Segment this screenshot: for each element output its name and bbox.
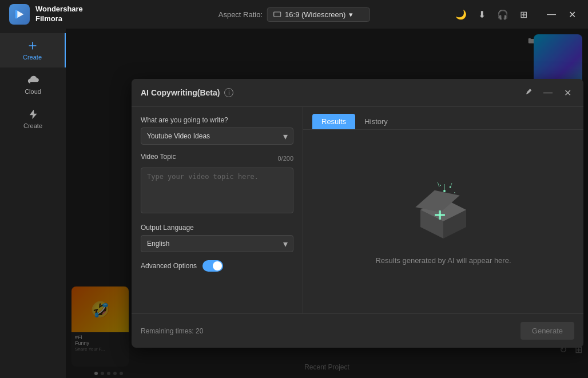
modal-header-controls: — ✕ bbox=[522, 86, 574, 100]
write-type-select[interactable]: Youtube Video Ideas Blog Post Social Med… bbox=[141, 128, 293, 145]
modal-footer: Remaining times: 20 Generate bbox=[132, 313, 583, 348]
plus-icon bbox=[27, 40, 38, 51]
svg-marker-0 bbox=[17, 10, 24, 19]
sidebar-item-cloud[interactable]: Cloud bbox=[0, 67, 66, 102]
advanced-options-row: Advanced Options bbox=[141, 260, 293, 272]
aspect-ratio-dropdown[interactable]: 16:9 (Widescreen) ▾ bbox=[267, 7, 370, 22]
download-icon[interactable]: ⬇ bbox=[478, 9, 486, 20]
app-name: Wondershare Filmora bbox=[35, 5, 83, 24]
svg-rect-4 bbox=[29, 45, 36, 46]
title-bar-right: 🌙 ⬇ 🎧 ⊞ — ✕ bbox=[455, 7, 579, 21]
info-icon[interactable]: i bbox=[224, 88, 233, 97]
results-empty-text: Results generated by AI will appear here… bbox=[375, 256, 511, 265]
advanced-options-label: Advanced Options bbox=[141, 262, 197, 270]
remaining-times-text: Remaining times: 20 bbox=[141, 327, 203, 335]
svg-point-10 bbox=[443, 190, 446, 192]
modal-left-panel: What are you going to write? Youtube Vid… bbox=[132, 107, 303, 313]
content-area: Open Project 🎧 › 🤣 #FiFunnyShare Your F.… bbox=[66, 29, 588, 378]
write-type-label: What are you going to write? bbox=[141, 116, 293, 124]
sidebar-item-create[interactable]: Create bbox=[0, 33, 66, 67]
write-type-section: What are you going to write? Youtube Vid… bbox=[141, 116, 293, 145]
app-logo bbox=[9, 4, 30, 25]
ai-copywriting-modal: AI Copywriting(Beta) i — ✕ bbox=[132, 79, 583, 348]
svg-rect-2 bbox=[274, 12, 281, 17]
toggle-knob bbox=[213, 261, 222, 270]
aspect-ratio-area: Aspect Ratio: 16:9 (Widescreen) ▾ bbox=[218, 7, 370, 22]
video-topic-textarea[interactable] bbox=[141, 168, 293, 213]
svg-point-13 bbox=[454, 192, 455, 193]
video-topic-header: Video Topic 0/200 bbox=[141, 153, 293, 164]
tab-history[interactable]: History bbox=[355, 114, 396, 129]
svg-line-16 bbox=[438, 182, 439, 187]
output-language-select-wrapper: English Chinese Spanish French German Ja… bbox=[141, 235, 293, 252]
output-language-section: Output Language English Chinese Spanish … bbox=[141, 224, 293, 252]
lightning-icon bbox=[27, 109, 39, 120]
svg-rect-18 bbox=[435, 214, 445, 216]
svg-rect-1 bbox=[15, 10, 18, 19]
headset-icon[interactable]: 🎧 bbox=[497, 9, 508, 20]
tab-results[interactable]: Results bbox=[312, 114, 355, 129]
output-language-select[interactable]: English Chinese Spanish French German Ja… bbox=[141, 235, 293, 252]
aspect-ratio-label: Aspect Ratio: bbox=[218, 10, 263, 19]
grid-icon[interactable]: ⊞ bbox=[520, 9, 527, 20]
box-illustration bbox=[409, 178, 478, 247]
cloud-icon bbox=[27, 74, 39, 86]
close-button[interactable]: ✕ bbox=[565, 7, 579, 21]
char-count: 0/200 bbox=[277, 155, 293, 162]
sidebar: Create Cloud Create bbox=[0, 29, 66, 378]
modal-results-area: Results generated by AI will appear here… bbox=[303, 130, 583, 313]
video-topic-label: Video Topic bbox=[141, 153, 176, 161]
pin-icon[interactable] bbox=[522, 86, 535, 100]
modal-title: AI Copywriting(Beta) bbox=[141, 88, 220, 97]
svg-line-15 bbox=[450, 183, 452, 188]
video-topic-section: Video Topic 0/200 bbox=[141, 153, 293, 216]
write-type-select-wrapper: Youtube Video Ideas Blog Post Social Med… bbox=[141, 128, 293, 145]
generate-button[interactable]: Generate bbox=[521, 322, 574, 340]
modal-body: What are you going to write? Youtube Vid… bbox=[132, 107, 583, 313]
window-controls: — ✕ bbox=[545, 7, 579, 21]
aspect-icon bbox=[273, 11, 281, 17]
modal-tabs: Results History bbox=[303, 107, 583, 130]
modal-header: AI Copywriting(Beta) i — ✕ bbox=[132, 79, 583, 107]
output-language-label: Output Language bbox=[141, 224, 293, 232]
modal-minimize-button[interactable]: — bbox=[541, 86, 555, 100]
modal-close-button[interactable]: ✕ bbox=[561, 86, 574, 100]
modal-right-panel: Results History bbox=[303, 107, 583, 313]
main-area: Create Cloud Create Open Project bbox=[0, 29, 588, 378]
advanced-options-toggle[interactable] bbox=[202, 260, 223, 272]
svg-point-12 bbox=[440, 185, 441, 186]
minimize-button[interactable]: — bbox=[545, 7, 558, 21]
moon-icon[interactable]: 🌙 bbox=[455, 9, 467, 20]
sidebar-item-ai[interactable]: Create bbox=[0, 102, 66, 136]
title-bar: Wondershare Filmora Aspect Ratio: 16:9 (… bbox=[0, 0, 588, 29]
